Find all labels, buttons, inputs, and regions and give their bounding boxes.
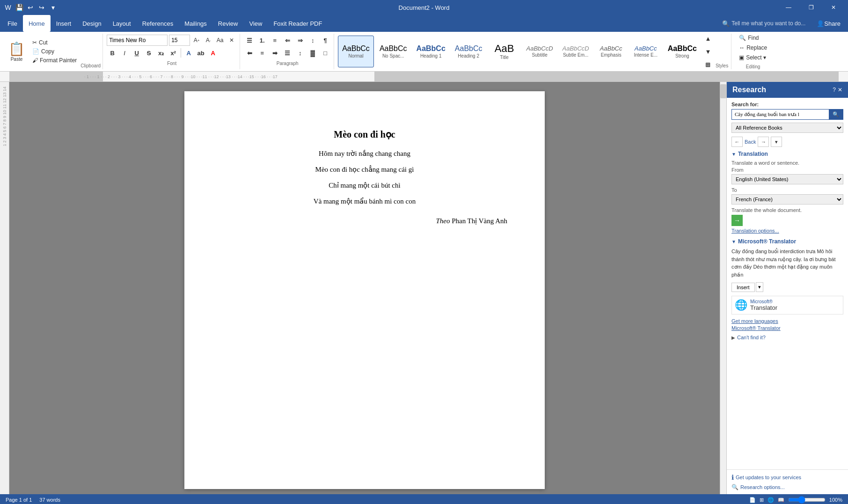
underline-button[interactable]: U <box>131 47 142 58</box>
numbering-button[interactable]: 1. <box>256 35 268 46</box>
show-hide-button[interactable]: ¶ <box>320 35 331 46</box>
style-intense-e-label: Intense E... <box>634 52 658 58</box>
paste-button[interactable]: 📋 Paste <box>5 39 29 64</box>
style-subtle-em[interactable]: AaBbCcD Subtle Em... <box>559 36 593 67</box>
bullets-button[interactable]: ☰ <box>244 35 255 46</box>
style-strong[interactable]: AaBbCc Strong <box>664 36 701 67</box>
menu-home[interactable]: Home <box>23 15 51 32</box>
shading-button[interactable]: ▓ <box>307 47 318 58</box>
research-search-button[interactable]: 🔍 <box>829 110 843 119</box>
get-more-languages-link[interactable]: Get more languages <box>731 318 843 324</box>
menu-foxit[interactable]: Foxit Reader PDF <box>268 15 328 32</box>
research-search-input[interactable] <box>732 110 829 119</box>
word-icon[interactable]: W <box>4 3 12 12</box>
style-subtitle[interactable]: AaBbCcD Subtitle <box>523 36 557 67</box>
decrease-indent-button[interactable]: ⇐ <box>282 35 293 46</box>
menu-mailings[interactable]: Mailings <box>179 15 212 32</box>
zoom-slider[interactable] <box>788 496 826 504</box>
research-options-link[interactable]: Research options... <box>740 484 785 490</box>
styles-more[interactable]: ⊞ <box>702 59 714 70</box>
menu-file[interactable]: File <box>2 15 23 32</box>
font-name-input[interactable] <box>107 35 168 46</box>
subscript-button[interactable]: x₂ <box>155 47 167 58</box>
nav-back-button[interactable]: ← <box>731 137 743 147</box>
menu-view[interactable]: View <box>243 15 268 32</box>
increase-indent-button[interactable]: ⇒ <box>294 35 306 46</box>
superscript-button[interactable]: x² <box>168 47 179 58</box>
styles-scroll-down[interactable]: ▼ <box>702 46 714 57</box>
view-layout-icon[interactable]: ⊞ <box>760 497 764 503</box>
style-intense-e[interactable]: AaBbCc Intense E... <box>629 36 662 67</box>
translation-options-link[interactable]: Translation options... <box>731 228 843 234</box>
insert-button[interactable]: Insert <box>731 283 755 292</box>
align-right-button[interactable]: ➡ <box>269 47 280 58</box>
menu-references[interactable]: References <box>137 15 179 32</box>
style-normal-preview: AaBbCc <box>342 45 370 52</box>
highlight-button[interactable]: ab <box>195 47 206 58</box>
restore-button[interactable]: ❐ <box>800 0 822 15</box>
strikethrough-button[interactable]: S <box>143 47 154 58</box>
view-read-icon[interactable]: 📖 <box>778 497 784 503</box>
menu-design[interactable]: Design <box>77 15 107 32</box>
research-options-icon: 🔍 <box>731 484 738 490</box>
replace-button[interactable]: ↔ Replace <box>736 44 770 52</box>
borders-button[interactable]: □ <box>320 47 331 58</box>
select-button[interactable]: ▣ Select ▾ <box>736 53 770 62</box>
change-case-button[interactable]: Aa <box>215 35 225 45</box>
tell-me-input[interactable]: 🔍 Tell me what you want to do... <box>716 15 811 32</box>
clear-formatting-button[interactable]: ✕ <box>227 35 237 45</box>
style-title[interactable]: AaB Title <box>488 36 521 67</box>
ms-translator-link[interactable]: Microsoft® Translator <box>731 325 843 331</box>
text-effects-button[interactable]: A <box>183 47 194 58</box>
undo-icon[interactable]: ↩ <box>26 3 35 12</box>
cant-find-label[interactable]: Can't find it? <box>737 335 766 340</box>
style-no-space[interactable]: AaBbCc No Spac... <box>376 36 411 67</box>
multilevel-list-button[interactable]: ≡ <box>269 35 280 46</box>
translation-triangle: ▼ <box>731 152 736 157</box>
font-grow-button[interactable]: A+ <box>191 35 202 45</box>
view-normal-icon[interactable]: 📄 <box>749 497 756 503</box>
get-updates-link[interactable]: Get updates to your services <box>736 475 801 480</box>
format-painter-button[interactable]: 🖌 Format Painter <box>29 56 80 65</box>
research-close-icon[interactable]: ✕ <box>838 87 842 93</box>
reference-books-select[interactable]: All Reference Books <box>731 123 843 133</box>
cut-button[interactable]: ✂ Cut <box>29 38 80 47</box>
redo-icon[interactable]: ↪ <box>37 3 46 12</box>
close-button[interactable]: ✕ <box>823 0 844 15</box>
copy-button[interactable]: 📄 Copy <box>29 47 80 56</box>
sort-button[interactable]: ↕ <box>307 35 318 46</box>
insert-dropdown[interactable]: ▾ <box>756 282 763 292</box>
nav-dropdown-button[interactable]: ▾ <box>771 137 782 147</box>
italic-button[interactable]: I <box>119 47 130 58</box>
customize-icon[interactable]: ▾ <box>49 3 57 12</box>
minimize-button[interactable]: — <box>778 0 799 15</box>
justify-button[interactable]: ☰ <box>282 47 293 58</box>
document-area[interactable]: Mèo con đi học Hôm nay trời nắng chang c… <box>9 82 720 494</box>
style-heading1[interactable]: AaBbCc Heading 1 <box>413 36 449 67</box>
font-color-button[interactable]: A <box>207 47 219 58</box>
research-help-icon[interactable]: ? <box>833 87 836 93</box>
menu-layout[interactable]: Layout <box>107 15 137 32</box>
green-translate-button[interactable]: → <box>731 215 743 226</box>
menu-insert[interactable]: Insert <box>51 15 77 32</box>
align-left-button[interactable]: ⬅ <box>244 47 255 58</box>
save-icon[interactable]: 💾 <box>15 3 23 12</box>
style-emphasis[interactable]: AaBbCc Emphasis <box>595 36 628 67</box>
vertical-scrollbar[interactable] <box>720 82 726 494</box>
font-shrink-button[interactable]: A- <box>203 35 213 45</box>
to-language-select[interactable]: French (France) <box>731 194 843 205</box>
find-button[interactable]: 🔍 Find <box>736 34 770 42</box>
align-center-button[interactable]: ≡ <box>256 47 268 58</box>
styles-scroll-up[interactable]: ▲ <box>702 33 714 44</box>
style-normal[interactable]: AaBbCc Normal <box>338 36 374 67</box>
share-button[interactable]: 👤 Share <box>811 15 846 32</box>
font-size-input[interactable] <box>169 35 190 46</box>
line-spacing-button[interactable]: ↕ <box>294 47 306 58</box>
style-heading2[interactable]: AaBbCc Heading 2 <box>451 36 486 67</box>
bold-button[interactable]: B <box>107 47 118 58</box>
from-language-select[interactable]: English (United States) <box>731 174 843 184</box>
nav-forward-button[interactable]: → <box>758 137 769 147</box>
scrollbar-thumb[interactable] <box>720 84 726 98</box>
view-web-icon[interactable]: 🌐 <box>768 497 774 503</box>
menu-review[interactable]: Review <box>212 15 244 32</box>
